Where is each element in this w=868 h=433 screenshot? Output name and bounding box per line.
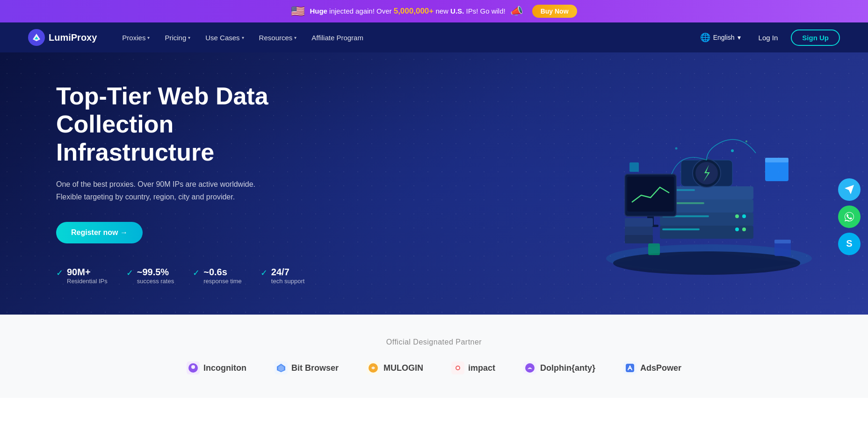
nav-links: Proxies ▾ Pricing ▾ Use Cases ▾ Resource… (116, 30, 695, 45)
svg-rect-27 (629, 162, 639, 172)
partners-section: Official Designated Partner Incogniton B… (0, 315, 868, 398)
svg-point-12 (735, 228, 739, 231)
svg-point-40 (456, 367, 459, 369)
resources-chevron-icon: ▾ (294, 35, 297, 40)
nav-use-cases[interactable]: Use Cases ▾ (199, 30, 250, 45)
stat-label-4: tech support (271, 278, 305, 285)
partner-bit-browser[interactable]: Bit Browser (275, 361, 339, 374)
top-banner: 🇺🇸 Huge injected again! Over 5,000,000+ … (0, 0, 868, 22)
svg-point-35 (191, 365, 195, 369)
svg-rect-19 (627, 176, 674, 212)
check-icon-4: ✓ (260, 268, 268, 278)
language-selector[interactable]: 🌐 English ▾ (695, 29, 745, 45)
us-flag-icon: 🇺🇸 (291, 5, 305, 18)
svg-point-28 (731, 149, 734, 152)
hero-section: Top-Tier Web Data Collection Infrastruct… (0, 52, 868, 315)
svg-rect-3 (660, 226, 753, 239)
lang-chevron-icon: ▾ (738, 34, 741, 41)
impact-name: impact (468, 363, 495, 373)
skype-button[interactable]: S (838, 233, 861, 255)
partners-title: Official Designated Partner (28, 338, 840, 346)
nav-proxies[interactable]: Proxies ▾ (116, 30, 156, 45)
stat-residential-ips: ✓ 90M+ Residential IPs (56, 267, 108, 285)
stat-success-rates: ✓ ~99.5% success rates (126, 267, 174, 285)
megaphone-icon: 📣 (510, 5, 523, 17)
server-scene-svg (587, 81, 831, 286)
logo-icon (28, 29, 45, 46)
proxies-chevron-icon: ▾ (147, 35, 150, 40)
banner-highlight: 5,000,000+ (394, 7, 434, 15)
partner-adspower[interactable]: AdsPower (623, 361, 681, 374)
stat-label-1: Residential IPs (67, 278, 108, 285)
whatsapp-button[interactable] (838, 205, 861, 228)
signup-button[interactable]: Sign Up (791, 29, 840, 46)
impact-icon (451, 361, 464, 374)
stat-number-2: ~99.5% (137, 267, 174, 278)
nav-pricing[interactable]: Pricing ▾ (158, 30, 197, 45)
svg-point-29 (745, 140, 747, 142)
stats-row: ✓ 90M+ Residential IPs ✓ ~99.5% success … (56, 267, 318, 285)
svg-point-14 (735, 214, 739, 218)
hero-content: Top-Tier Web Data Collection Infrastruct… (56, 82, 318, 285)
check-icon-1: ✓ (56, 268, 63, 278)
stat-number-4: 24/7 (271, 267, 305, 278)
logo[interactable]: LumiProxy (28, 29, 97, 46)
stat-tech-support: ✓ 24/7 tech support (260, 267, 305, 285)
partner-impact[interactable]: impact (451, 361, 495, 374)
register-now-button[interactable]: Register now → (56, 222, 143, 243)
svg-rect-25 (774, 240, 791, 243)
adspower-icon (623, 361, 637, 374)
pricing-chevron-icon: ▾ (188, 35, 190, 40)
nav-resources[interactable]: Resources ▾ (253, 30, 304, 45)
incogniton-icon (187, 361, 200, 374)
floating-action-buttons: S (838, 178, 861, 255)
partner-mulogin[interactable]: MULOGIN (367, 361, 423, 374)
stat-response-time: ✓ ~0.6s response time (193, 267, 242, 285)
svg-point-13 (742, 214, 746, 218)
svg-point-11 (742, 228, 746, 231)
navbar: LumiProxy Proxies ▾ Pricing ▾ Use Cases … (0, 22, 868, 52)
banner-text: Huge injected again! Over 5,000,000+ new… (310, 7, 505, 16)
partner-incogniton[interactable]: Incogniton (187, 361, 246, 374)
svg-rect-23 (765, 158, 788, 162)
stat-number-1: 90M+ (67, 267, 108, 278)
svg-rect-7 (662, 228, 700, 230)
stat-label-3: response time (203, 278, 242, 285)
check-icon-3: ✓ (193, 268, 200, 278)
svg-rect-33 (625, 218, 653, 227)
hero-title: Top-Tier Web Data Collection Infrastruct… (56, 82, 318, 166)
partner-dolphin[interactable]: Dolphin{anty} (523, 361, 595, 374)
globe-icon: 🌐 (700, 32, 710, 43)
incogniton-name: Incogniton (203, 363, 246, 373)
dolphin-icon (523, 361, 536, 374)
check-icon-2: ✓ (126, 268, 133, 278)
logo-text: LumiProxy (49, 32, 97, 43)
bit-browser-name: Bit Browser (291, 363, 339, 373)
svg-rect-26 (648, 243, 660, 255)
dolphin-name: Dolphin{anty} (540, 363, 595, 373)
svg-rect-32 (625, 227, 653, 235)
nav-affiliate[interactable]: Affiliate Program (305, 30, 370, 45)
telegram-button[interactable] (838, 178, 861, 201)
buy-now-button[interactable]: Buy Now (532, 5, 577, 18)
nav-right: 🌐 English ▾ Log In Sign Up (695, 29, 840, 46)
banner-bold-text: Huge (310, 7, 327, 15)
mulogin-name: MULOGIN (383, 363, 423, 373)
bit-browser-icon (275, 361, 288, 374)
hero-illustration (587, 81, 831, 286)
stat-number-3: ~0.6s (203, 267, 242, 278)
hero-subtitle: One of the best proxies. Over 90M IPs ar… (56, 178, 281, 203)
partner-logos-row: Incogniton Bit Browser MULOGIN impact Do… (28, 361, 840, 374)
svg-point-30 (675, 147, 678, 150)
stat-label-2: success rates (137, 278, 174, 285)
usecases-chevron-icon: ▾ (242, 35, 244, 40)
svg-rect-31 (625, 235, 653, 243)
mulogin-icon (367, 361, 380, 374)
adspower-name: AdsPower (640, 363, 681, 373)
login-button[interactable]: Log In (753, 31, 784, 44)
